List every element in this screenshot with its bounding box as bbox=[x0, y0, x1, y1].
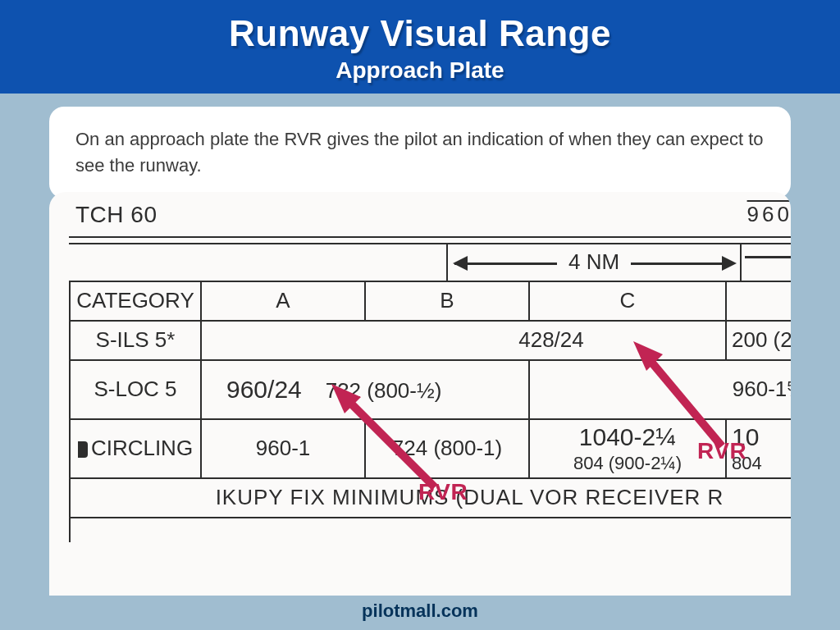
row-circling-label: CIRCLING bbox=[70, 419, 201, 478]
tch-value: TCH 60 bbox=[75, 202, 157, 228]
col-c: C bbox=[529, 281, 726, 321]
inverse-c-icon bbox=[78, 441, 88, 458]
col-b: B bbox=[365, 281, 529, 321]
rvr-callout-1: RVR bbox=[418, 479, 468, 505]
row-sloc-main: 960/24 bbox=[226, 376, 302, 403]
col-a: A bbox=[201, 281, 365, 321]
row-sloc-label: S-LOC 5 bbox=[70, 360, 201, 419]
distance-label: 4 NM bbox=[557, 249, 631, 275]
rvr-callout-2: RVR bbox=[697, 438, 746, 464]
page-subtitle: Approach Plate bbox=[0, 57, 840, 84]
svg-line-2 bbox=[646, 356, 722, 446]
source-credit: pilotmall.com bbox=[0, 596, 840, 630]
distance-marker: 4 NM bbox=[69, 244, 791, 281]
callout-arrow-icon bbox=[312, 372, 459, 495]
svg-line-0 bbox=[345, 397, 435, 487]
caption-box: On an approach plate the RVR gives the p… bbox=[49, 107, 791, 199]
row-sils-label: S-ILS 5* bbox=[70, 321, 201, 360]
caption-text: On an approach plate the RVR gives the p… bbox=[75, 129, 764, 176]
page-title: Runway Visual Range bbox=[0, 13, 840, 54]
col-d-frag bbox=[726, 281, 791, 321]
col-category: CATEGORY bbox=[70, 281, 201, 321]
approach-plate-excerpt: TCH 60 960 4 NM bbox=[49, 192, 791, 596]
top-right-value: 960 bbox=[747, 202, 791, 227]
